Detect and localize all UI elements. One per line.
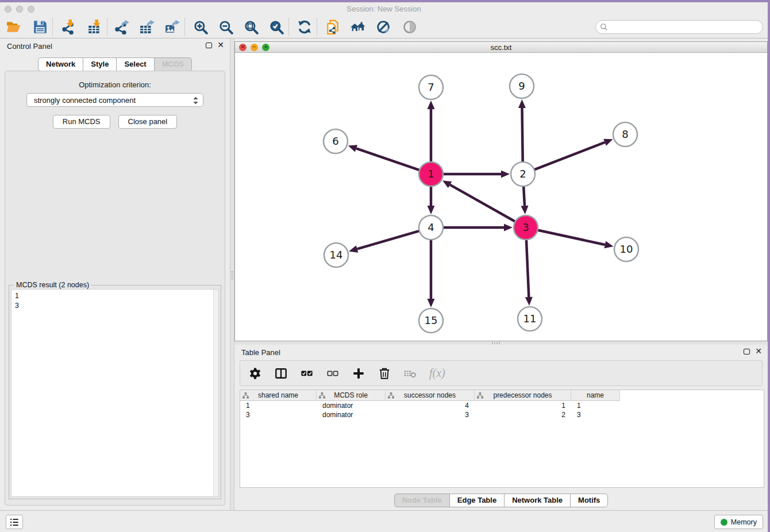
deselect-all-icon[interactable] (326, 367, 340, 380)
graph-node-14[interactable]: 14 (324, 243, 348, 267)
network-graph[interactable]: 7968124314101511 (235, 53, 767, 341)
home-network-icon[interactable] (350, 19, 366, 35)
run-mcds-button[interactable]: Run MCDS (53, 115, 110, 129)
table-cell[interactable]: dominator (317, 401, 386, 410)
style-slash-icon[interactable] (375, 19, 391, 35)
toolbar-separator (317, 18, 317, 36)
graph-node-9[interactable]: 9 (510, 74, 534, 98)
edge-2-3[interactable] (521, 186, 528, 214)
column-header-name[interactable]: name (571, 390, 620, 401)
graph-node-7[interactable]: 7 (419, 75, 443, 99)
edge-1-4[interactable] (428, 186, 435, 214)
table-panel: Table Panel ✕ f(x) shared nameMCDS roles… (234, 345, 768, 511)
chevron-updown-icon (192, 96, 199, 105)
zoom-selected-icon[interactable] (268, 19, 284, 35)
add-column-icon[interactable] (352, 367, 365, 380)
edge-1-6[interactable] (348, 145, 419, 170)
panel-list-button[interactable] (6, 515, 23, 529)
zoom-in-icon[interactable] (192, 19, 209, 35)
table-cell[interactable]: 1 (571, 401, 620, 410)
edge-1-7[interactable] (428, 101, 435, 162)
tab-style[interactable]: Style (83, 57, 117, 71)
table-cell[interactable]: 3 (386, 410, 475, 419)
edge-2-8[interactable] (534, 139, 613, 170)
edge-3-1[interactable] (442, 180, 515, 221)
close-table-panel-icon[interactable]: ✕ (755, 348, 762, 354)
edge-2-9[interactable] (518, 99, 526, 162)
import-network-icon[interactable] (60, 19, 76, 35)
svg-text:9: 9 (518, 80, 525, 92)
graph-node-8[interactable]: 8 (613, 122, 637, 147)
select-all-icon[interactable] (300, 367, 314, 380)
edge-4-3[interactable] (443, 224, 513, 232)
zoom-out-icon[interactable] (218, 19, 234, 35)
float-table-panel-icon[interactable] (744, 349, 750, 354)
tab-select[interactable]: Select (117, 57, 154, 71)
column-header-shared-name[interactable]: shared name (240, 390, 317, 401)
network-window-title: scc.txt (235, 43, 767, 52)
edge-4-14[interactable] (349, 231, 419, 253)
result-scrollbar[interactable] (213, 290, 218, 496)
graph-node-15[interactable]: 15 (419, 309, 443, 333)
gear-icon[interactable] (248, 367, 262, 380)
network-canvas[interactable]: 7968124314101511 (235, 53, 767, 341)
export-image-icon[interactable] (164, 19, 180, 35)
svg-text:4: 4 (428, 221, 434, 233)
column-header-MCDS-role[interactable]: MCDS role (317, 390, 386, 401)
tab-network-table[interactable]: Network Table (505, 494, 571, 507)
table-row[interactable]: 3dominator323 (240, 410, 764, 419)
edge-1-2[interactable] (443, 171, 510, 178)
tab-motifs[interactable]: Motifs (571, 494, 608, 507)
delete-column-icon[interactable] (378, 367, 391, 380)
tab-mcds[interactable]: MCDS (155, 57, 192, 71)
svg-text:6: 6 (332, 135, 338, 147)
save-session-icon[interactable] (32, 19, 48, 35)
table-row[interactable]: 1dominator411 (240, 401, 764, 410)
graph-node-11[interactable]: 11 (518, 307, 542, 331)
tab-edge-table[interactable]: Edge Table (450, 494, 505, 507)
open-session-icon[interactable] (6, 19, 22, 35)
clone-network-icon[interactable] (325, 19, 341, 35)
criterion-select[interactable]: strongly connected component (26, 93, 203, 107)
memory-status-icon (721, 519, 727, 526)
table-cell[interactable]: 3 (571, 410, 620, 419)
edge-3-10[interactable] (538, 230, 614, 248)
column-header-predecessor-nodes[interactable]: predecessor nodes (475, 390, 571, 401)
graph-node-6[interactable]: 6 (324, 129, 348, 153)
window-title: Session: New Session (0, 5, 768, 13)
refresh-icon[interactable] (297, 19, 313, 35)
search-box[interactable] (595, 20, 763, 34)
close-panel-button[interactable]: Close panel (118, 115, 178, 129)
export-table-icon[interactable] (139, 19, 155, 35)
table-cell[interactable]: 2 (475, 410, 571, 419)
export-network-icon[interactable] (114, 19, 130, 35)
edge-4-15[interactable] (428, 240, 435, 307)
tab-node-table[interactable]: Node Table (394, 494, 450, 507)
close-panel-icon[interactable]: ✕ (217, 42, 224, 48)
vertical-splitter[interactable] (230, 38, 234, 511)
table-cell[interactable]: 4 (386, 401, 475, 410)
import-table-icon[interactable] (87, 19, 103, 35)
float-panel-icon[interactable] (206, 43, 212, 48)
vertical-splitter-handle[interactable] (231, 271, 233, 279)
status-bar: Memory (0, 510, 768, 532)
zoom-fit-icon[interactable] (243, 19, 259, 35)
split-view-icon[interactable] (274, 367, 288, 380)
tab-network[interactable]: Network (38, 57, 83, 71)
graph-node-1[interactable]: 1 (419, 162, 443, 186)
horizontal-splitter-handle[interactable] (492, 342, 500, 344)
graph-node-3[interactable]: 3 (514, 215, 538, 240)
table-cell[interactable]: 3 (240, 410, 317, 419)
table-cell[interactable]: 1 (475, 401, 571, 410)
network-view-window: ✕ − + scc.txt 7968124314101511 (234, 41, 768, 341)
graph-node-10[interactable]: 10 (614, 237, 638, 261)
table-cell[interactable]: 1 (240, 401, 317, 410)
control-panel-title: Control Panel (7, 42, 52, 51)
search-input[interactable] (608, 21, 763, 33)
table-cell[interactable]: dominator (317, 410, 386, 419)
graph-node-2[interactable]: 2 (511, 162, 535, 186)
column-header-successor-nodes[interactable]: successor nodes (386, 390, 475, 401)
memory-button[interactable]: Memory (714, 515, 763, 529)
graph-node-4[interactable]: 4 (419, 215, 443, 240)
edge-3-11[interactable] (525, 240, 533, 306)
